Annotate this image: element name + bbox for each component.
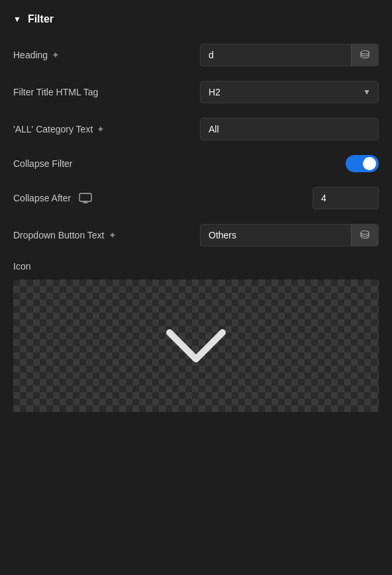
collapse-after-label: Collapse After [13,193,92,203]
filter-title-html-tag-row: Filter Title HTML Tag H1 H2 H3 H4 H5 H6 … [13,81,379,103]
filter-title-html-tag-label: Filter Title HTML Tag [13,87,98,97]
heading-db-icon-button[interactable] [351,44,378,66]
icon-section-label: Icon [13,261,379,272]
dropdown-button-text-row: Dropdown Button Text ✦ [13,224,379,246]
chevron-down-preview-icon [163,323,229,369]
collapse-after-row: Collapse After [13,187,379,209]
filter-title-html-tag-select-wrapper: H1 H2 H3 H4 H5 H6 ▼ [200,81,379,103]
collapse-after-input[interactable] [313,187,379,209]
all-category-text-label: 'ALL' Category Text ✦ [13,124,105,134]
all-category-text-input[interactable] [200,118,379,140]
collapse-filter-label: Collapse Filter [13,158,72,169]
dropdown-btn-db-icon-button[interactable] [351,225,378,246]
icon-preview-content [13,280,379,412]
dropdown-button-text-input-wrapper [200,224,379,246]
svg-rect-1 [79,193,91,201]
collapse-filter-row: Collapse Filter [13,155,379,172]
heading-input-wrapper [200,44,379,66]
dropdown-button-text-label: Dropdown Button Text ✦ [13,230,117,240]
filter-title-html-tag-select[interactable]: H1 H2 H3 H4 H5 H6 [200,81,379,103]
collapse-filter-toggle[interactable] [346,155,379,172]
svg-point-0 [361,51,369,54]
icon-section: Icon [13,261,379,412]
svg-point-2 [361,231,369,235]
heading-input[interactable] [201,44,351,66]
dropdown-button-text-input[interactable] [201,225,351,246]
all-category-sparkle-icon: ✦ [97,124,105,134]
database-icon-2 [360,230,370,240]
panel-title: Filter [28,13,54,25]
database-icon [360,50,370,60]
toggle-slider [346,155,379,172]
filter-panel: ▼ Filter Heading ✦ Filter Title HTML Tag [0,0,392,425]
heading-sparkle-icon: ✦ [52,50,60,60]
monitor-icon [79,193,92,203]
dropdown-btn-sparkle-icon: ✦ [109,230,117,240]
all-category-text-row: 'ALL' Category Text ✦ [13,118,379,140]
panel-header: ▼ Filter [13,13,379,25]
icon-preview-box [13,280,379,412]
collapse-panel-icon[interactable]: ▼ [13,15,21,24]
heading-row: Heading ✦ [13,44,379,66]
heading-label: Heading ✦ [13,50,60,60]
